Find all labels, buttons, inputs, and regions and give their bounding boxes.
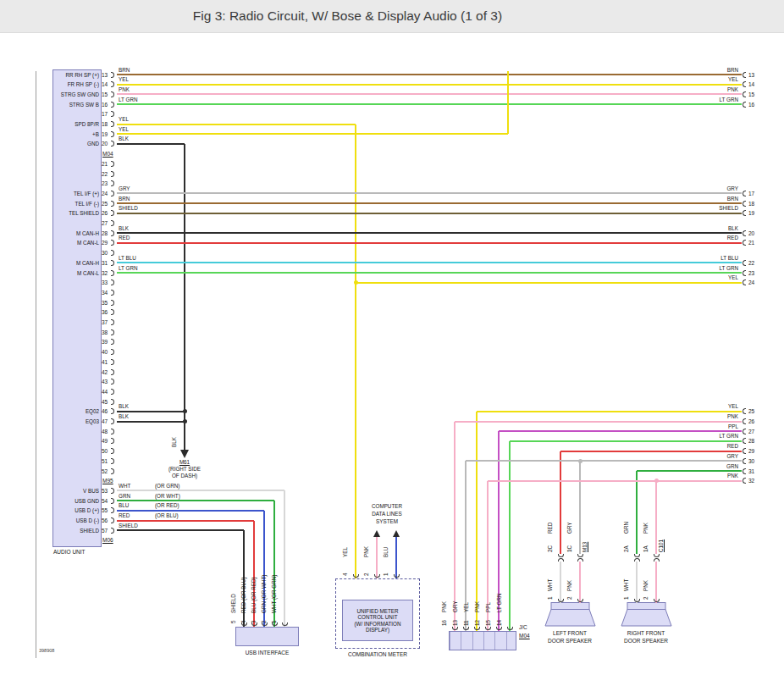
au-wire-label-54: GRN xyxy=(119,493,130,499)
jc-wire-label-11: YEL xyxy=(463,602,469,612)
au-pin-27: 27 xyxy=(102,220,108,226)
au-connector-id-M04: M04 xyxy=(102,151,113,157)
au-pin-label-15: STRG SW GND xyxy=(54,91,99,97)
au-pin-14: 14 xyxy=(102,81,108,87)
au-pin-29: 29 xyxy=(102,240,108,246)
junction-connector-label: J/C xyxy=(519,624,527,630)
au-pin-bracket-17 xyxy=(111,111,114,117)
ground-wire-label: BLK xyxy=(171,437,177,447)
au-pin-56: 56 xyxy=(102,517,108,523)
wire-row32-pnk-branch-seg1 xyxy=(655,481,657,554)
au-pin-bracket-13 xyxy=(111,72,114,78)
wire-rf-spk-pnk-seg1 xyxy=(655,562,657,603)
au-pin-48: 48 xyxy=(102,429,108,434)
wire-strg-sw-b-seg1 xyxy=(117,103,742,105)
wire-row29-red-seg1 xyxy=(560,451,742,452)
au-pin-bracket-15 xyxy=(111,91,114,97)
au-wire-label-46: BLK xyxy=(119,403,129,409)
au-wire-label-19: YEL xyxy=(119,126,129,132)
au-wire-label-56: RED xyxy=(119,512,130,518)
au-pin-50: 50 xyxy=(102,448,108,454)
left-speaker-conn-upper-1C xyxy=(577,554,583,557)
ground-arrow-icon xyxy=(180,450,189,458)
wire-m-can-l-a-seg1 xyxy=(117,242,742,244)
wire-plus-b-seg1 xyxy=(117,133,508,135)
au-pin-36: 36 xyxy=(102,309,108,315)
au-wire-label-32: LT GRN xyxy=(119,265,138,271)
au-pin-21: 21 xyxy=(102,161,108,167)
data-line-up-arrow-icon xyxy=(373,530,380,537)
right-wire-label-14: YEL xyxy=(660,76,738,82)
au-pin-bracket-47 xyxy=(111,418,114,424)
au-pin-33: 33 xyxy=(102,279,108,285)
unit-text-line1: UNIFIED METER xyxy=(357,608,399,615)
au-pin-46: 46 xyxy=(102,408,108,414)
right-pin-25: 25 xyxy=(748,408,754,414)
au-pin-55: 55 xyxy=(102,507,108,513)
au-pin-19: 19 xyxy=(102,131,108,137)
wire-eq02-seg1 xyxy=(117,411,185,412)
au-pin-label-26: TEL SHIELD xyxy=(54,210,99,216)
au-pin-42: 42 xyxy=(102,369,108,375)
au-pin-label-29: M CAN-L xyxy=(54,240,99,246)
jc-pin-bracket-11 xyxy=(474,627,480,630)
usb-pin-5: 5 xyxy=(230,620,236,623)
au-wire-label-31: LT BLU xyxy=(119,255,136,261)
wire-row25-yel-seg1 xyxy=(477,411,742,412)
au-pin-label-25: TEL I/F (-) xyxy=(54,201,99,207)
right-wire-label-23: LT GRN xyxy=(660,265,738,271)
right-speaker-pin-wire-1: WHT xyxy=(623,579,629,591)
au-pin-53: 53 xyxy=(102,488,108,494)
usb-pin-1: 1 xyxy=(271,620,277,623)
au-pin-bracket-55 xyxy=(111,507,114,513)
au-pin-bracket-39 xyxy=(111,339,114,345)
au-pin-bracket-37 xyxy=(111,319,114,325)
au-wire-label-24: GRY xyxy=(119,185,130,191)
au-pin-43: 43 xyxy=(102,379,108,385)
left-speaker-name-line2: DOOR SPEAKER xyxy=(527,638,612,644)
au-wire-label-57: SHIELD xyxy=(119,523,138,528)
wire-tel-if-plus-seg1 xyxy=(117,192,742,194)
right-pin-16: 16 xyxy=(748,102,754,108)
right-wire-label-29: RED xyxy=(660,443,738,449)
right-wire-label-31: GRN xyxy=(660,463,738,469)
wire-tel-if-minus-seg1 xyxy=(117,202,742,204)
au-pin-bracket-21 xyxy=(111,161,114,167)
au-pin-31: 31 xyxy=(102,260,108,266)
au-pin-bracket-54 xyxy=(111,498,114,504)
right-wire-label-18: BRN xyxy=(660,196,738,202)
jc-wire-label-15: PPL xyxy=(485,602,491,612)
au-pin-52: 52 xyxy=(102,468,108,474)
wire-gnd-seg2 xyxy=(184,144,185,450)
jc-wire-label-14: LT GRN xyxy=(496,593,502,612)
right-pin-14: 14 xyxy=(748,81,754,87)
unit-text-line4: DISPLAY) xyxy=(366,627,389,634)
right-speaker-connector-id: C101 xyxy=(658,539,664,552)
junction-connector-box xyxy=(449,631,516,650)
junction-dot-2 xyxy=(183,409,187,413)
right-pin-21: 21 xyxy=(748,240,754,246)
right-pin-bracket-29 xyxy=(743,448,746,454)
right-speaker-pin-2: 2 xyxy=(643,596,649,600)
wire-row30-gry-branch-seg1 xyxy=(579,461,581,554)
au-pin-45: 45 xyxy=(102,399,108,405)
jc-pin-15: 15 xyxy=(485,620,491,626)
au-wire-note-53: (OR GRN) xyxy=(155,483,179,489)
jc-pin-16: 16 xyxy=(441,620,447,626)
au-wire-label-16: LT GRN xyxy=(119,97,138,102)
au-pin-label-31: M CAN-H xyxy=(54,260,99,266)
wire-usb-vbus-seg2 xyxy=(284,490,285,627)
usb-wire-label-3: BLU (OR RED) xyxy=(251,577,257,613)
jc-pin-bracket-16 xyxy=(452,627,458,630)
usb-wire-label-1: WHT (OR GRN) xyxy=(271,575,277,613)
au-pin-22: 22 xyxy=(102,171,108,177)
right-speaker-pin-wire-2: PNK xyxy=(643,580,649,591)
right-wire-label-19: SHIELD xyxy=(660,205,738,211)
meter-wire-label-2: PNK xyxy=(363,546,369,557)
left-speaker-icon xyxy=(544,602,596,628)
au-pin-bracket-18 xyxy=(111,121,114,127)
au-wire-note-56: (OR BLU) xyxy=(155,512,179,518)
au-pin-label-28: M CAN-H xyxy=(54,230,99,236)
au-pin-label-20: GND xyxy=(54,141,99,147)
right-wire-label-13: BRN xyxy=(660,67,738,73)
